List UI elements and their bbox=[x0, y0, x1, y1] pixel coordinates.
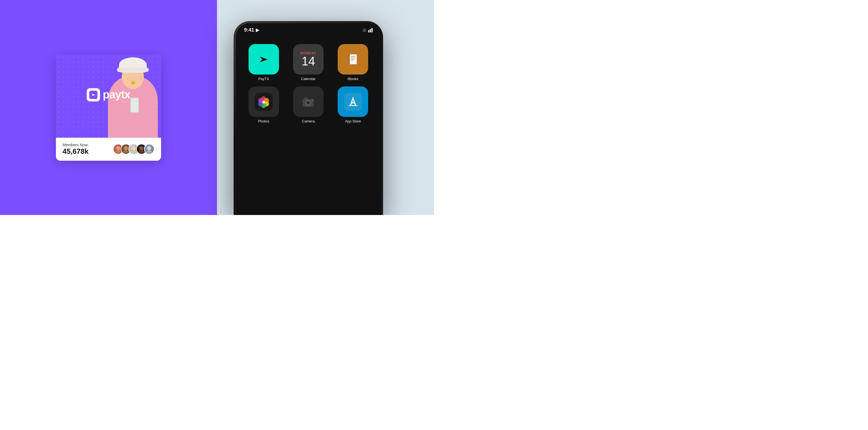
card-image-area: 😊 paytx bbox=[56, 55, 161, 138]
card-bottom: Members Now: 45,678k bbox=[56, 138, 161, 161]
photos-svg bbox=[255, 93, 273, 111]
camera-indicator bbox=[363, 28, 367, 32]
svg-point-7 bbox=[131, 150, 136, 153]
svg-point-8 bbox=[140, 146, 144, 150]
paytx-app-svg bbox=[255, 51, 273, 68]
svg-point-32 bbox=[307, 102, 309, 104]
svg-point-10 bbox=[147, 146, 151, 150]
svg-point-5 bbox=[123, 150, 129, 153]
avatar-stack bbox=[113, 144, 154, 154]
svg-point-6 bbox=[132, 146, 135, 150]
camera-svg bbox=[299, 93, 317, 111]
app-calendar-icon[interactable]: Monday 14 bbox=[293, 44, 323, 75]
app-camera-icon[interactable] bbox=[293, 86, 323, 117]
status-icons bbox=[363, 28, 373, 32]
time-display: 9:41 bbox=[244, 27, 254, 33]
status-time: 9:41 ▶ bbox=[244, 27, 259, 33]
members-label: Members Now: bbox=[63, 143, 89, 147]
app-paytx-wrapper[interactable]: PayTX bbox=[244, 44, 283, 81]
app-camera-label: Camera bbox=[302, 119, 315, 123]
app-paytx-label: PayTX bbox=[258, 77, 269, 81]
paytx-brand-text: paytx bbox=[103, 88, 130, 101]
svg-point-11 bbox=[147, 150, 152, 153]
app-photos-wrapper[interactable]: Photos bbox=[244, 86, 283, 123]
svg-point-27 bbox=[262, 101, 265, 104]
calendar-day-number: 14 bbox=[302, 55, 315, 67]
left-panel: 😊 paytx Members Now: bbox=[0, 0, 217, 215]
bar-1 bbox=[368, 30, 369, 32]
app-camera-wrapper[interactable]: Camera bbox=[289, 86, 328, 123]
status-bar: 9:41 ▶ bbox=[236, 23, 381, 36]
phone-mockup: 9:41 ▶ bbox=[234, 21, 383, 215]
app-appstore-wrapper[interactable]: App Store bbox=[334, 86, 373, 123]
app-calendar-wrapper[interactable]: Monday 14 Calendar bbox=[289, 44, 328, 81]
app-photos-label: Photos bbox=[258, 119, 269, 123]
app-ibooks-wrapper[interactable]: iBooks bbox=[334, 44, 373, 81]
promo-card: 😊 paytx Members Now: bbox=[56, 55, 161, 161]
app-grid: PayTX Monday 14 Calendar bbox=[236, 36, 381, 129]
app-photos-icon[interactable] bbox=[249, 86, 279, 117]
svg-rect-33 bbox=[305, 97, 308, 99]
avatar-5 bbox=[144, 144, 154, 154]
app-paytx-icon[interactable] bbox=[249, 44, 279, 75]
bar-2 bbox=[370, 29, 371, 32]
paytx-logo: paytx bbox=[87, 88, 130, 102]
app-appstore-icon[interactable] bbox=[338, 86, 368, 117]
appstore-svg bbox=[344, 93, 362, 111]
app-ibooks-icon[interactable] bbox=[338, 44, 368, 75]
bar-3 bbox=[371, 28, 373, 32]
app-calendar-label: Calendar bbox=[301, 77, 316, 81]
paytx-icon bbox=[87, 88, 100, 102]
signal-bars bbox=[368, 28, 373, 32]
right-panel: 9:41 ▶ bbox=[217, 0, 434, 215]
svg-rect-16 bbox=[349, 54, 357, 64]
members-count: 45,678k bbox=[63, 147, 89, 156]
app-ibooks-label: iBooks bbox=[348, 77, 359, 81]
ibooks-svg bbox=[344, 51, 362, 68]
location-icon: ▶ bbox=[256, 27, 259, 33]
svg-point-9 bbox=[139, 150, 144, 153]
phone-screen: 9:41 ▶ bbox=[236, 23, 381, 215]
svg-point-3 bbox=[116, 150, 121, 153]
members-info: Members Now: 45,678k bbox=[63, 143, 89, 156]
svg-point-4 bbox=[124, 146, 128, 150]
svg-point-2 bbox=[116, 146, 120, 150]
svg-point-34 bbox=[312, 99, 313, 101]
app-appstore-label: App Store bbox=[345, 119, 361, 123]
